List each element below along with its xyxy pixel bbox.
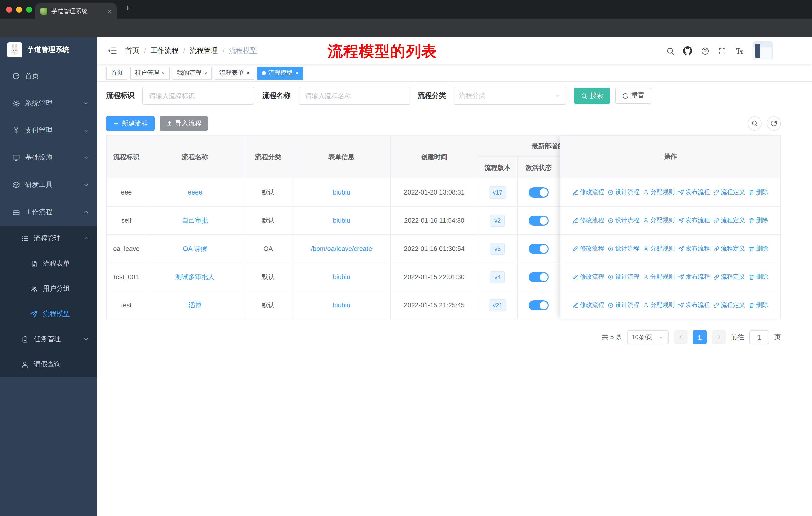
active-toggle[interactable] <box>528 215 548 225</box>
close-tag-icon[interactable]: × <box>246 69 250 76</box>
current-page-button[interactable]: 1 <box>693 330 707 344</box>
process-name-link[interactable]: 滔博 <box>188 301 201 310</box>
sidebar-item-process-form[interactable]: 流程表单 <box>0 251 97 276</box>
breadcrumb-item[interactable]: 首页 <box>125 46 140 55</box>
action-edit-process[interactable]: 修改流程 <box>572 273 604 281</box>
action-delete[interactable]: 删除 <box>749 244 768 253</box>
close-tag-icon[interactable]: × <box>295 69 298 76</box>
action-assign-rule[interactable]: 分配规则 <box>643 188 674 196</box>
process-name-link[interactable]: 自己审批 <box>182 216 208 225</box>
avatar[interactable] <box>753 41 773 60</box>
process-name-link[interactable]: eeee <box>188 188 202 196</box>
sidebar-item-task-management[interactable]: 任务管理 <box>0 327 97 352</box>
help-icon[interactable] <box>701 47 709 55</box>
import-process-button[interactable]: 导入流程 <box>160 116 208 131</box>
action-edit-process[interactable]: 修改流程 <box>572 301 604 309</box>
close-tag-icon[interactable]: × <box>204 69 207 76</box>
sidebar-item-user-group[interactable]: 用户分组 <box>0 276 97 301</box>
github-icon[interactable] <box>683 46 692 55</box>
action-process-definition[interactable]: 流程定义 <box>713 244 745 253</box>
action-edit-process[interactable]: 修改流程 <box>572 188 604 196</box>
sidebar-item-payment[interactable]: 支付管理 <box>0 117 97 144</box>
action-delete[interactable]: 删除 <box>749 188 768 196</box>
process-id-input[interactable] <box>142 87 254 105</box>
version-tag[interactable]: v21 <box>489 299 506 311</box>
action-publish-process[interactable]: 发布流程 <box>678 216 710 225</box>
browser-tab[interactable]: 芋道管理系统 × <box>35 3 117 19</box>
action-process-definition[interactable]: 流程定义 <box>713 216 745 225</box>
sidebar-item-devtools[interactable]: 研发工具 <box>0 171 97 198</box>
form-info-link[interactable]: biubiu <box>333 188 350 196</box>
action-edit-process[interactable]: 修改流程 <box>572 216 604 225</box>
close-tab-icon[interactable]: × <box>108 7 112 15</box>
action-design-process[interactable]: 设计流程 <box>608 273 639 281</box>
goto-page-input[interactable] <box>749 330 769 344</box>
action-process-definition[interactable]: 流程定义 <box>713 301 745 309</box>
create-process-button[interactable]: 新建流程 <box>106 116 154 131</box>
action-delete[interactable]: 删除 <box>749 216 768 225</box>
minimize-window-button[interactable] <box>16 6 22 12</box>
active-toggle[interactable] <box>528 272 548 282</box>
version-tag[interactable]: v2 <box>490 214 505 226</box>
version-tag[interactable]: v5 <box>490 243 505 255</box>
action-design-process[interactable]: 设计流程 <box>608 301 639 309</box>
action-edit-process[interactable]: 修改流程 <box>572 244 604 253</box>
sidebar-item-leave-query[interactable]: 请假查询 <box>0 352 97 377</box>
tag-tenant[interactable]: 租户管理 × <box>130 66 170 79</box>
action-process-definition[interactable]: 流程定义 <box>713 188 745 196</box>
refresh-table-button[interactable] <box>767 116 781 131</box>
toggle-search-button[interactable] <box>748 116 762 131</box>
action-assign-rule[interactable]: 分配规则 <box>643 301 674 309</box>
breadcrumb-item[interactable]: 流程管理 <box>190 46 218 55</box>
category-select[interactable]: 流程分类 <box>454 87 566 105</box>
action-design-process[interactable]: 设计流程 <box>608 216 639 225</box>
action-publish-process[interactable]: 发布流程 <box>678 244 710 253</box>
sidebar-item-process-model[interactable]: 流程模型 <box>0 301 97 327</box>
sidebar-fold-icon[interactable] <box>107 46 117 56</box>
font-size-icon[interactable] <box>735 46 744 55</box>
action-design-process[interactable]: 设计流程 <box>608 188 639 196</box>
sidebar-item-home[interactable]: 首页 <box>0 62 97 90</box>
prev-page-button[interactable] <box>673 330 688 344</box>
sidebar-item-infra[interactable]: 基础设施 <box>0 144 97 171</box>
sidebar-item-workflow[interactable]: 工作流程 <box>0 198 97 226</box>
action-assign-rule[interactable]: 分配规则 <box>643 273 674 281</box>
version-tag[interactable]: v17 <box>489 186 506 198</box>
sidebar-item-process-management[interactable]: 流程管理 <box>0 226 97 251</box>
action-publish-process[interactable]: 发布流程 <box>678 273 710 281</box>
version-tag[interactable]: v4 <box>490 271 505 283</box>
form-info-link[interactable]: biubiu <box>333 217 350 224</box>
process-name-input[interactable] <box>298 87 410 105</box>
form-info-link[interactable]: biubiu <box>333 273 350 281</box>
active-toggle[interactable] <box>528 244 548 254</box>
action-process-definition[interactable]: 流程定义 <box>713 273 745 281</box>
action-assign-rule[interactable]: 分配规则 <box>643 244 674 253</box>
tag-process-form[interactable]: 流程表单 × <box>215 66 254 79</box>
action-publish-process[interactable]: 发布流程 <box>678 301 710 309</box>
action-assign-rule[interactable]: 分配规则 <box>643 216 674 225</box>
active-toggle[interactable] <box>528 300 548 310</box>
action-design-process[interactable]: 设计流程 <box>608 244 639 253</box>
next-page-button[interactable] <box>712 330 726 344</box>
form-info-link[interactable]: biubiu <box>333 301 350 309</box>
tag-my-process[interactable]: 我的流程 × <box>173 66 212 79</box>
close-window-button[interactable] <box>6 6 12 12</box>
active-toggle[interactable] <box>528 187 548 197</box>
action-delete[interactable]: 删除 <box>749 273 768 281</box>
reset-button[interactable]: 重置 <box>615 88 651 104</box>
tag-process-model[interactable]: 流程模型 × <box>257 66 303 79</box>
zoom-window-button[interactable] <box>26 6 32 12</box>
new-tab-button[interactable]: + <box>125 2 130 13</box>
tag-home[interactable]: 首页 <box>106 66 127 79</box>
action-delete[interactable]: 删除 <box>749 301 768 309</box>
app-logo[interactable]: 芋道管理系统 <box>0 37 97 62</box>
fullscreen-icon[interactable] <box>718 47 726 55</box>
search-button[interactable]: 搜索 <box>574 88 610 104</box>
action-publish-process[interactable]: 发布流程 <box>678 188 710 196</box>
form-info-link[interactable]: /bpm/oa/leave/create <box>311 245 372 252</box>
page-size-select[interactable]: 10条/页 <box>627 330 669 344</box>
search-icon[interactable] <box>666 47 674 55</box>
process-name-link[interactable]: 测试多审批人 <box>175 272 214 281</box>
breadcrumb-item[interactable]: 工作流程 <box>150 46 179 55</box>
sidebar-item-system[interactable]: 系统管理 <box>0 90 97 117</box>
